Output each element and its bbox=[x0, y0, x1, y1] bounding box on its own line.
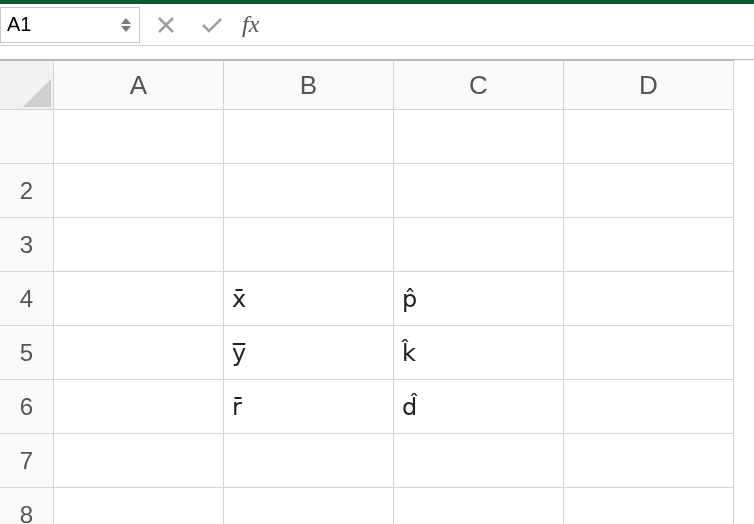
cell-D6[interactable] bbox=[564, 380, 734, 434]
col-header-C[interactable]: C bbox=[394, 60, 564, 110]
row-header-5[interactable]: 5 bbox=[0, 326, 54, 380]
select-all-corner[interactable] bbox=[0, 60, 54, 110]
cell-C2[interactable] bbox=[394, 164, 564, 218]
cell-B3[interactable] bbox=[224, 218, 394, 272]
check-icon bbox=[201, 16, 223, 34]
row-header-3[interactable]: 3 bbox=[0, 218, 54, 272]
cell-D4[interactable] bbox=[564, 272, 734, 326]
cell-A6[interactable] bbox=[54, 380, 224, 434]
accept-button[interactable] bbox=[192, 9, 232, 41]
chevron-up-icon[interactable] bbox=[121, 18, 131, 24]
cell-B5[interactable]: y̅ bbox=[224, 326, 394, 380]
row-header-7[interactable]: 7 bbox=[0, 434, 54, 488]
cell-D3[interactable] bbox=[564, 218, 734, 272]
toolbar-gap bbox=[0, 46, 754, 60]
col-header-D[interactable]: D bbox=[564, 60, 734, 110]
cell-C8[interactable] bbox=[394, 488, 564, 524]
name-box-stepper[interactable] bbox=[121, 18, 131, 32]
cell-A1[interactable] bbox=[54, 110, 224, 164]
formula-input[interactable] bbox=[269, 9, 754, 41]
row-header-1[interactable] bbox=[0, 110, 54, 164]
cell-B2[interactable] bbox=[224, 164, 394, 218]
cell-A3[interactable] bbox=[54, 218, 224, 272]
row-header-2[interactable]: 2 bbox=[0, 164, 54, 218]
formula-bar: A1 fx bbox=[0, 4, 754, 46]
cell-A5[interactable] bbox=[54, 326, 224, 380]
cell-B6[interactable]: r̄ bbox=[224, 380, 394, 434]
cell-D5[interactable] bbox=[564, 326, 734, 380]
cell-C1[interactable] bbox=[394, 110, 564, 164]
spreadsheet-grid[interactable]: A B C D 2 3 4 x̄ p̂ 5 y̅ k̂ 6 r̄ d̂ 7 8 bbox=[0, 60, 754, 524]
cell-A4[interactable] bbox=[54, 272, 224, 326]
cell-A8[interactable] bbox=[54, 488, 224, 524]
row-header-8[interactable]: 8 bbox=[0, 488, 54, 524]
cancel-button[interactable] bbox=[146, 9, 186, 41]
close-icon bbox=[157, 16, 175, 34]
col-header-B[interactable]: B bbox=[224, 60, 394, 110]
cell-B7[interactable] bbox=[224, 434, 394, 488]
fx-label[interactable]: fx bbox=[238, 11, 263, 38]
cell-D7[interactable] bbox=[564, 434, 734, 488]
col-header-A[interactable]: A bbox=[54, 60, 224, 110]
cell-C5[interactable]: k̂ bbox=[394, 326, 564, 380]
cell-B8[interactable] bbox=[224, 488, 394, 524]
cell-C6[interactable]: d̂ bbox=[394, 380, 564, 434]
row-header-6[interactable]: 6 bbox=[0, 380, 54, 434]
cell-A7[interactable] bbox=[54, 434, 224, 488]
name-box[interactable]: A1 bbox=[0, 7, 140, 43]
cell-C7[interactable] bbox=[394, 434, 564, 488]
cell-C4[interactable]: p̂ bbox=[394, 272, 564, 326]
cell-B1[interactable] bbox=[224, 110, 394, 164]
cell-A2[interactable] bbox=[54, 164, 224, 218]
row-header-4[interactable]: 4 bbox=[0, 272, 54, 326]
cell-C3[interactable] bbox=[394, 218, 564, 272]
cell-D2[interactable] bbox=[564, 164, 734, 218]
chevron-down-icon[interactable] bbox=[121, 26, 131, 32]
cell-D1[interactable] bbox=[564, 110, 734, 164]
cell-D8[interactable] bbox=[564, 488, 734, 524]
name-box-value: A1 bbox=[7, 13, 121, 36]
cell-B4[interactable]: x̄ bbox=[224, 272, 394, 326]
